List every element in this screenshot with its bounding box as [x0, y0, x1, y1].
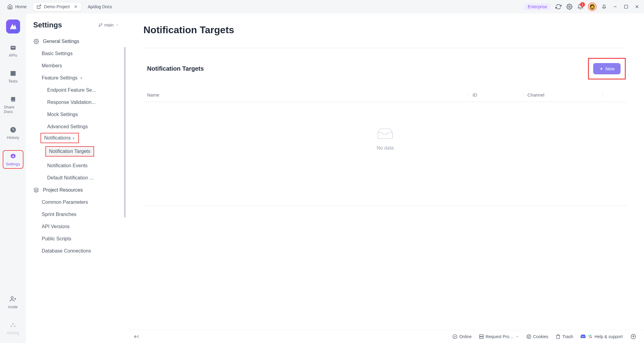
tab-docs[interactable]: Apidog Docs [84, 2, 115, 11]
nav-members[interactable]: Members [26, 60, 126, 72]
tab-project[interactable]: Demo Project ✕ [33, 2, 82, 11]
tab-docs-label: Apidog Docs [88, 4, 112, 9]
invite-icon [9, 295, 17, 303]
th-id: ID [469, 92, 523, 97]
svg-rect-12 [11, 74, 15, 75]
collapse-sidebar-icon[interactable] [134, 334, 139, 339]
bell-icon[interactable]: 1 [577, 3, 584, 10]
svg-rect-32 [479, 337, 483, 338]
svg-point-20 [14, 325, 16, 327]
new-button[interactable]: New [593, 63, 621, 74]
history-icon [9, 126, 17, 133]
gear-icon[interactable] [566, 3, 573, 10]
window-close-icon[interactable] [634, 3, 640, 10]
nav-endpoint-feature[interactable]: Endpoint Feature Se... [26, 84, 126, 96]
nav-public-scripts[interactable]: Public Scripts [26, 233, 126, 245]
rail-apidog[interactable]: Apidog [3, 320, 23, 337]
nav-sprint-branches[interactable]: Sprint Branches [26, 208, 126, 221]
th-name: Name [143, 92, 469, 97]
nav-notifications[interactable]: Notifications ▼ [40, 133, 79, 143]
settings-title: Settings [33, 21, 62, 29]
tests-icon [9, 70, 17, 77]
svg-rect-39 [588, 335, 590, 336]
svg-point-37 [528, 337, 528, 338]
rail-invite-label: Invite [8, 305, 18, 309]
close-icon[interactable]: ✕ [74, 4, 78, 9]
notif-badge: 1 [580, 2, 585, 7]
nav-common-parameters[interactable]: Common Parameters [26, 196, 126, 208]
tab-home-label: Home [15, 4, 26, 9]
status-online[interactable]: Online [452, 334, 471, 339]
app-logo[interactable] [6, 19, 20, 34]
share-docs-icon [9, 96, 17, 103]
minimize-icon[interactable] [612, 3, 618, 10]
status-help[interactable]: Help & support [580, 334, 623, 339]
status-request-proxy-label: Request Pro… [486, 334, 514, 339]
status-trash[interactable]: Trash [556, 334, 573, 339]
rail-history-label: History [7, 135, 19, 140]
branch-selector[interactable]: main [98, 23, 119, 27]
chevron-down-icon [115, 23, 119, 27]
scrollbar[interactable] [124, 47, 126, 217]
th-actions [603, 92, 627, 97]
status-request-proxy[interactable]: Request Pro… [479, 334, 519, 339]
svg-point-18 [12, 323, 14, 325]
nav-section-general[interactable]: General Settings [26, 35, 126, 48]
nav-response-validation[interactable]: Response Validation... [26, 96, 126, 108]
nav-api-versions[interactable]: API Versions [26, 221, 126, 233]
nav-database-connections[interactable]: Database Connections [26, 245, 126, 257]
svg-rect-31 [479, 335, 483, 336]
rail-apis[interactable]: APIs [3, 42, 23, 59]
rail-invite[interactable]: Invite [3, 294, 23, 311]
nav-general-label: General Settings [43, 39, 79, 44]
nav-notification-events[interactable]: Notification Events [26, 160, 126, 172]
nav-notification-targets[interactable]: Notification Targets [45, 146, 94, 157]
nav-default-notification[interactable]: Default Notification ... [26, 172, 126, 184]
nav-advanced-settings[interactable]: Advanced Settings [26, 121, 126, 133]
empty-text: No data [377, 145, 394, 151]
svg-line-0 [39, 5, 41, 7]
status-online-label: Online [459, 334, 471, 339]
page-title: Notification Targets [143, 24, 627, 36]
rail-settings-label: Settings [6, 162, 20, 166]
status-trash-label: Trash [562, 334, 573, 339]
nav-mock-settings[interactable]: Mock Settings [26, 108, 126, 121]
svg-rect-7 [10, 46, 16, 50]
svg-point-36 [529, 337, 530, 337]
status-bar: Online Request Pro… Cookies Trash [126, 330, 644, 343]
status-cookies[interactable]: Cookies [526, 334, 549, 339]
layers-icon [33, 187, 39, 193]
nav-section-project-resources[interactable]: Project Resources [26, 184, 126, 196]
empty-state: No data [143, 102, 627, 206]
divider [143, 206, 627, 206]
settings-icon [9, 153, 17, 160]
tab-home[interactable]: Home [4, 2, 30, 11]
rail-settings[interactable]: Settings [3, 150, 23, 169]
avatar[interactable]: 🧔 [588, 2, 596, 11]
cookie-icon [526, 334, 531, 339]
rail-tests[interactable]: Tests [3, 68, 23, 85]
check-circle-icon [452, 334, 457, 339]
status-cookies-label: Cookies [533, 334, 549, 339]
section-title: Notification Targets [145, 65, 204, 72]
svg-rect-11 [11, 73, 15, 74]
discord-icon [580, 334, 586, 339]
refresh-icon[interactable] [555, 3, 562, 10]
feedback-icon[interactable] [630, 333, 637, 340]
nav-project-resources-label: Project Resources [43, 187, 83, 193]
rail-share-docs[interactable]: Share Docs [3, 94, 23, 116]
svg-point-30 [453, 334, 457, 338]
data-table: Name ID Channel No data [143, 88, 627, 206]
enterprise-badge[interactable]: Enterprise [524, 3, 551, 10]
divider [143, 48, 627, 48]
svg-rect-40 [589, 337, 590, 338]
svg-point-24 [36, 41, 37, 42]
svg-point-19 [10, 325, 12, 327]
maximize-icon[interactable] [623, 3, 629, 10]
empty-box-icon [375, 126, 395, 141]
rail-history[interactable]: History [3, 124, 23, 142]
nav-basic-settings[interactable]: Basic Settings [26, 48, 126, 60]
pin-icon[interactable] [601, 3, 607, 10]
nav-feature-settings[interactable]: Feature Settings ▼ [26, 72, 126, 84]
tabs-bar: Home Demo Project ✕ Apidog Docs Enterpri… [0, 0, 644, 13]
